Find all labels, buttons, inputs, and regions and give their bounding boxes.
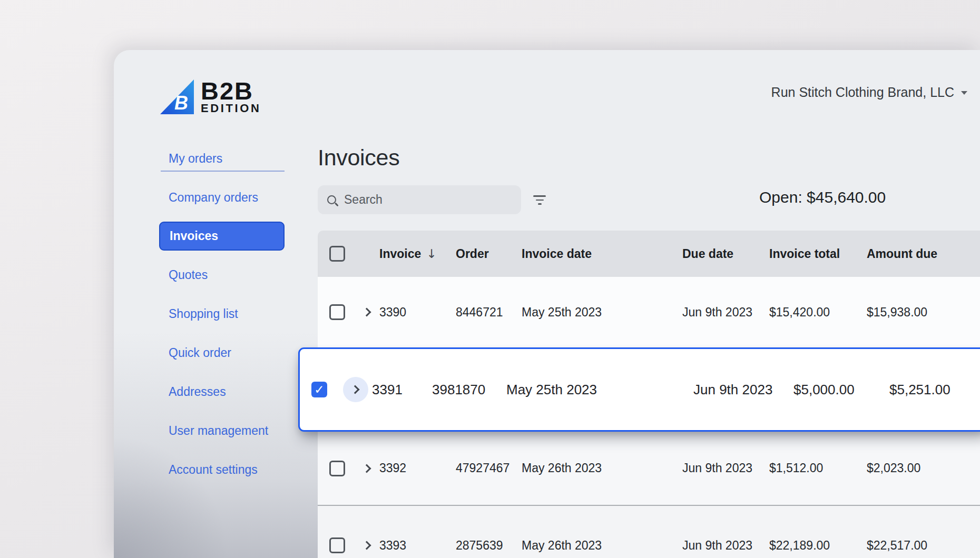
cell-order: 8446721: [456, 305, 522, 320]
search-box: [318, 185, 521, 214]
sidebar-item-user-management[interactable]: User management: [159, 422, 268, 440]
chevron-right-icon: [350, 385, 359, 394]
row-checkbox[interactable]: [329, 537, 345, 553]
cell-invoice-date: May 25th 2023: [506, 382, 693, 398]
invoices-table-header: Invoice ↓ Order Invoice date Due date In…: [318, 231, 980, 277]
filter-button[interactable]: [527, 188, 552, 212]
cell-invoice: 3390: [379, 305, 456, 320]
chevron-right-icon: [362, 541, 371, 550]
cell-order: 2875639: [456, 539, 522, 553]
select-all-checkbox[interactable]: [329, 246, 345, 262]
sidebar-item-label: User management: [169, 424, 268, 438]
main-content: Invoices Open: $45,640.00 Invoice ↓: [318, 50, 980, 558]
app-card: B B2B EDITION Run Stitch Clothing Brand,…: [114, 50, 980, 558]
expand-row-button[interactable]: [356, 465, 379, 472]
cell-amount-due: $22,517.00: [867, 539, 980, 553]
expand-row-button[interactable]: [356, 309, 379, 315]
cell-invoice-date: May 26th 2023: [522, 461, 682, 475]
cell-due-date: Jun 9th 2023: [693, 382, 793, 398]
cell-invoice-total: $22,189.00: [769, 539, 867, 553]
open-total-amount: $45,640.00: [807, 188, 886, 206]
sidebar-item-label: Account settings: [169, 463, 258, 477]
chevron-right-icon: [362, 308, 371, 317]
cell-due-date: Jun 9th 2023: [682, 539, 769, 553]
sidebar-item-label: My orders: [169, 152, 222, 166]
cell-invoice-date: May 25th 2023: [522, 305, 682, 320]
cell-amount-due: $2,023.00: [867, 461, 980, 475]
sidebar-item-account-settings[interactable]: Account settings: [159, 461, 258, 479]
cell-amount-due: $15,938.00: [867, 305, 980, 320]
cell-invoice: 3392: [379, 461, 456, 475]
cell-invoice-total: $15,420.00: [769, 305, 867, 320]
cell-invoice: 3393: [379, 539, 456, 553]
filter-icon: [533, 195, 546, 197]
cell-due-date: Jun 9th 2023: [682, 305, 769, 320]
row-checkbox-checked[interactable]: ✓: [311, 382, 327, 397]
selected-invoice-row[interactable]: ✓ 3391 3981870 May 25th 2023 Jun 9th 202…: [298, 347, 980, 432]
sidebar-item-invoices[interactable]: Invoices: [159, 222, 285, 251]
sidebar-item-quotes[interactable]: Quotes: [159, 266, 208, 284]
expand-row-button[interactable]: [343, 377, 368, 402]
sidebar-item-label: Addresses: [169, 385, 226, 399]
cell-invoice: 3391: [372, 382, 432, 398]
open-total-label: Open:: [759, 188, 802, 206]
expand-row-button[interactable]: [356, 542, 379, 549]
column-header-invoice-total[interactable]: Invoice total: [769, 247, 867, 261]
column-header-order[interactable]: Order: [456, 247, 522, 261]
sidebar-item-company-orders[interactable]: Company orders: [159, 188, 258, 206]
sidebar-divider: [161, 171, 285, 172]
sidebar: My orders Company orders Invoices Quotes…: [114, 50, 318, 558]
column-header-due-date[interactable]: Due date: [682, 247, 769, 261]
sidebar-item-label: Company orders: [169, 191, 258, 205]
column-header-amount-due[interactable]: Amount due: [867, 247, 980, 261]
table-row[interactable]: 3390 8446721 May 25th 2023 Jun 9th 2023 …: [318, 277, 980, 347]
sidebar-item-shopping-list[interactable]: Shopping list: [159, 305, 238, 323]
sidebar-item-label: Invoices: [170, 229, 218, 243]
search-input[interactable]: [344, 193, 512, 207]
row-checkbox[interactable]: [329, 304, 345, 320]
cell-due-date: Jun 9th 2023: [682, 461, 769, 475]
page-title: Invoices: [318, 145, 399, 171]
cell-invoice-total: $5,000.00: [793, 382, 889, 398]
open-total: Open: $45,640.00: [759, 188, 886, 206]
sidebar-item-quick-order[interactable]: Quick order: [159, 344, 231, 362]
cell-order: 3981870: [432, 382, 506, 398]
column-header-invoice[interactable]: Invoice ↓: [379, 247, 456, 261]
cell-amount-due: $5,251.00: [889, 382, 980, 398]
column-header-invoice-date[interactable]: Invoice date: [522, 247, 682, 261]
sidebar-item-addresses[interactable]: Addresses: [159, 383, 226, 401]
checkmark-icon: ✓: [314, 384, 324, 396]
sidebar-gradient: [114, 332, 318, 558]
search-icon: [327, 195, 336, 204]
cell-invoice-date: May 26th 2023: [522, 539, 682, 553]
sort-descending-icon: ↓: [426, 247, 436, 261]
row-checkbox[interactable]: [329, 461, 345, 476]
table-row[interactable]: 3392 47927467 May 26th 2023 Jun 9th 2023…: [318, 432, 980, 505]
sidebar-item-label: Quick order: [169, 346, 231, 360]
sidebar-item-my-orders[interactable]: My orders: [159, 150, 222, 167]
table-row[interactable]: 3393 2875639 May 26th 2023 Jun 9th 2023 …: [318, 506, 980, 558]
cell-invoice-total: $1,512.00: [769, 461, 867, 475]
sidebar-item-label: Shopping list: [169, 307, 238, 321]
cell-order: 47927467: [456, 461, 522, 475]
invoices-page: { "brand": { "name": "B2B", "edition": "…: [0, 0, 980, 558]
chevron-right-icon: [362, 464, 371, 473]
sidebar-item-label: Quotes: [169, 268, 208, 282]
